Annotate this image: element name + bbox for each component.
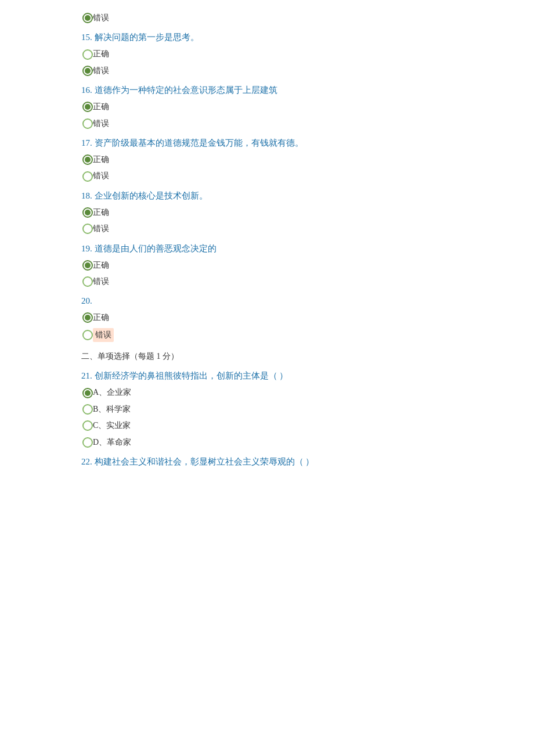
radio-unselected-icon[interactable] [82, 276, 93, 287]
question-number-15: 15 [81, 33, 90, 42]
option-row-20-a[interactable]: 正确 [82, 311, 453, 324]
radio-selected-icon[interactable] [82, 66, 93, 76]
question-number-17: 17 [81, 138, 90, 147]
question-17: 17. 资产阶级最基本的道德规范是金钱万能，有钱就有德。 正确 错误 [81, 136, 453, 183]
option-row-18-b[interactable]: 错误 [82, 222, 453, 235]
radio-unselected-icon[interactable] [82, 437, 93, 448]
question-title-19: 19. 道德是由人们的善恶观念决定的 [81, 242, 453, 255]
question-number-19: 19 [81, 244, 90, 253]
section2-header: 二、单项选择（每题 1 分） [81, 350, 453, 363]
option-row-16-a[interactable]: 正确 [82, 100, 453, 113]
question-21: 21. 创新经济学的鼻祖熊彼特指出，创新的主体是（ ） A、企业家 B、科学家 … [81, 369, 453, 449]
option-row-15-b[interactable]: 错误 [82, 64, 453, 77]
option-row-21-b[interactable]: B、科学家 [82, 403, 453, 416]
option-label-17-b: 错误 [93, 170, 109, 182]
radio-selected-icon[interactable] [82, 312, 93, 323]
option-label-19-a: 正确 [93, 259, 109, 272]
radio-selected-icon[interactable] [82, 260, 93, 271]
radio-selected-icon[interactable] [82, 102, 93, 112]
radio-unselected-icon[interactable] [82, 224, 93, 234]
radio-unselected-icon[interactable] [82, 49, 93, 60]
option-label-21-d: D、革命家 [93, 436, 131, 449]
option-row-20-b[interactable]: 错误 [82, 328, 453, 342]
question-title-22: 22. 构建社会主义和谐社会，彰显树立社会主义荣辱观的（ ） [81, 455, 453, 469]
question-20: 20. 正确 错误 [81, 294, 453, 342]
question-title-16: 16. 道德作为一种特定的社会意识形态属于上层建筑 [81, 83, 453, 97]
option-row[interactable]: 错误 [82, 12, 453, 24]
question-title-15: 15. 解决问题的第一步是思考。 [81, 30, 453, 44]
radio-selected-icon[interactable] [82, 207, 93, 218]
question-number-22: 22 [81, 457, 90, 466]
question-text-15: 解决问题的第一步是思考。 [95, 33, 199, 42]
option-label-16-a: 正确 [93, 100, 109, 113]
option-row-18-a[interactable]: 正确 [82, 206, 453, 219]
question-title-20: 20. [81, 294, 453, 308]
option-row-21-d[interactable]: D、革命家 [82, 436, 453, 449]
option-label-21-b: B、科学家 [93, 403, 131, 416]
option-label-15-a: 正确 [93, 48, 109, 60]
radio-selected-icon[interactable] [82, 388, 93, 398]
option-row-21-c[interactable]: C、实业家 [82, 419, 453, 432]
option-row-16-b[interactable]: 错误 [82, 117, 453, 130]
question-title-17: 17. 资产阶级最基本的道德规范是金钱万能，有钱就有德。 [81, 136, 453, 150]
radio-unselected-icon[interactable] [82, 171, 93, 182]
radio-unselected-icon[interactable] [82, 118, 93, 129]
option-row-19-a[interactable]: 正确 [82, 259, 453, 272]
option-label-21-c: C、实业家 [93, 419, 131, 432]
question-16: 16. 道德作为一种特定的社会意识形态属于上层建筑 正确 错误 [81, 83, 453, 130]
option-label-15-b: 错误 [93, 64, 109, 77]
question-19: 19. 道德是由人们的善恶观念决定的 正确 错误 [81, 242, 453, 289]
question-text-21: 创新经济学的鼻祖熊彼特指出，创新的主体是（ ） [95, 371, 288, 380]
question-text-18: 企业创新的核心是技术创新。 [95, 191, 208, 200]
option-row-15-a[interactable]: 正确 [82, 48, 453, 60]
option-label-18-b: 错误 [93, 222, 109, 235]
option-label-20-b: 错误 [93, 328, 114, 342]
option-row-17-b[interactable]: 错误 [82, 170, 453, 182]
option-label: 错误 [93, 12, 109, 24]
radio-unselected-icon[interactable] [82, 404, 93, 415]
question-text-16: 道德作为一种特定的社会意识形态属于上层建筑 [95, 85, 277, 95]
option-row-17-a[interactable]: 正确 [82, 153, 453, 166]
question-number-18: 18 [81, 191, 90, 200]
option-label-21-a: A、企业家 [93, 386, 131, 399]
question-title-18: 18. 企业创新的核心是技术创新。 [81, 189, 453, 203]
option-row-21-a[interactable]: A、企业家 [82, 386, 453, 399]
option-label-16-b: 错误 [93, 117, 109, 130]
option-row-19-b[interactable]: 错误 [82, 275, 453, 288]
option-label-20-a: 正确 [93, 311, 109, 324]
q14-wrong-option: 错误 [81, 12, 453, 24]
question-number-21: 21 [81, 371, 90, 380]
question-text-22: 构建社会主义和谐社会，彰显树立社会主义荣辱观的（ ） [95, 457, 315, 466]
section2-header-text: 二、单项选择（每题 1 分） [81, 352, 179, 361]
radio-selected-icon[interactable] [82, 13, 93, 23]
option-label-19-b: 错误 [93, 275, 109, 288]
radio-unselected-icon[interactable] [82, 330, 93, 340]
question-18: 18. 企业创新的核心是技术创新。 正确 错误 [81, 189, 453, 236]
question-15: 15. 解决问题的第一步是思考。 正确 错误 [81, 30, 453, 77]
radio-unselected-icon[interactable] [82, 420, 93, 431]
question-title-21: 21. 创新经济学的鼻祖熊彼特指出，创新的主体是（ ） [81, 369, 453, 383]
option-label-17-a: 正确 [93, 153, 109, 166]
question-number-20: 20. [81, 296, 92, 305]
question-text-19: 道德是由人们的善恶观念决定的 [95, 244, 217, 253]
question-number-16: 16 [81, 85, 90, 95]
radio-selected-icon[interactable] [82, 154, 93, 165]
question-text-17: 资产阶级最基本的道德规范是金钱万能，有钱就有德。 [95, 138, 304, 147]
option-label-18-a: 正确 [93, 206, 109, 219]
question-22: 22. 构建社会主义和谐社会，彰显树立社会主义荣辱观的（ ） [81, 455, 453, 469]
